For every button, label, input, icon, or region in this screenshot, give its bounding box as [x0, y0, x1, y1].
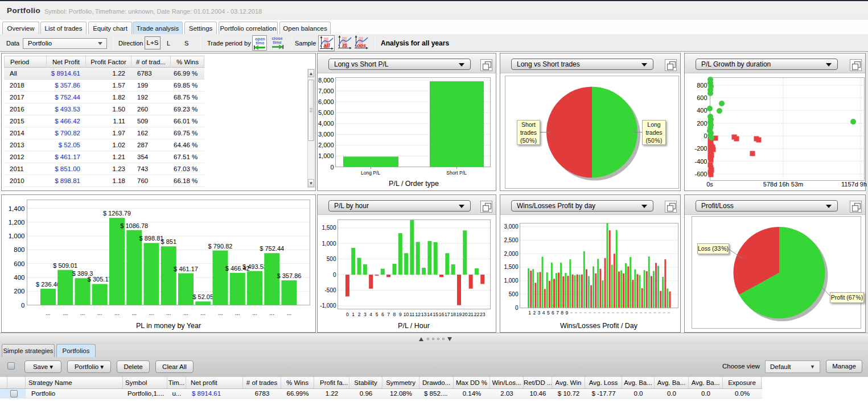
svg-text:...: ... [63, 310, 68, 316]
svg-text:1: 1 [528, 310, 531, 316]
svg-text:0: 0 [330, 164, 334, 171]
svg-text:1,000: 1,000 [9, 233, 25, 239]
svg-text:-500: -500 [324, 287, 336, 293]
svg-text:12: 12 [416, 312, 421, 317]
svg-text:8,000: 8,000 [318, 77, 334, 84]
svg-text:0: 0 [515, 305, 519, 311]
svg-text:P/L / Hour: P/L / Hour [398, 322, 430, 330]
svg-text:...: ... [149, 310, 154, 316]
svg-text:0: 0 [333, 272, 336, 278]
svg-text:...: ... [270, 310, 274, 316]
svg-text:...: ... [132, 310, 137, 316]
svg-text:$ 1086.78: $ 1086.78 [120, 222, 148, 229]
svg-text:-600: -600 [694, 171, 707, 177]
svg-text:...: ... [114, 310, 119, 316]
svg-text:1,500: 1,500 [504, 264, 518, 270]
svg-text:578d 16h 53m: 578d 16h 53m [763, 181, 803, 188]
svg-text:3,000: 3,000 [504, 223, 518, 230]
svg-text:2,500: 2,500 [504, 237, 518, 243]
svg-text:600: 600 [697, 94, 707, 101]
svg-text:21: 21 [468, 312, 474, 317]
svg-text:500: 500 [327, 256, 336, 262]
svg-text:9: 9 [565, 310, 568, 316]
svg-text:16: 16 [439, 312, 445, 317]
svg-text:...: ... [46, 310, 50, 316]
svg-text:0: 0 [346, 312, 349, 317]
svg-text:5,000: 5,000 [318, 109, 334, 116]
svg-text:2,000: 2,000 [504, 251, 518, 257]
svg-text:2,000: 2,000 [318, 142, 334, 148]
svg-text:500: 500 [509, 291, 519, 297]
svg-text:-1,000: -1,000 [320, 302, 336, 309]
svg-text:6: 6 [552, 310, 554, 316]
svg-text:400: 400 [14, 274, 24, 281]
svg-text:1,400: 1,400 [9, 205, 25, 212]
svg-text:$ 461.17: $ 461.17 [174, 266, 198, 272]
svg-text:-400: -400 [694, 158, 707, 165]
svg-text:3: 3 [364, 312, 367, 317]
svg-text:600: 600 [14, 260, 24, 267]
svg-text:$ 790.82: $ 790.82 [208, 243, 233, 250]
svg-text:22: 22 [474, 312, 480, 317]
svg-text:1,200: 1,200 [9, 219, 25, 226]
svg-text:800: 800 [14, 246, 24, 253]
svg-text:7,000: 7,000 [318, 88, 334, 94]
svg-text:6: 6 [381, 312, 384, 317]
svg-text:Wins/Losses Profit / Day: Wins/Losses Profit / Day [560, 322, 638, 330]
svg-text:7: 7 [556, 310, 559, 316]
svg-text:...: ... [97, 310, 102, 316]
svg-text:8: 8 [393, 312, 396, 317]
svg-text:1157d 9h: 1157d 9h [841, 181, 867, 188]
svg-text:...: ... [201, 310, 205, 316]
svg-text:...: ... [183, 310, 188, 316]
svg-text:1,000: 1,000 [318, 152, 334, 159]
svg-text:4,000: 4,000 [318, 120, 334, 127]
svg-text:$ 52.05: $ 52.05 [192, 293, 213, 300]
svg-text:-200: -200 [694, 145, 707, 152]
svg-text:1,000: 1,000 [322, 241, 336, 247]
svg-text:...: ... [252, 310, 257, 316]
svg-text:19: 19 [456, 312, 462, 317]
svg-text:7: 7 [387, 312, 390, 317]
svg-text:4: 4 [542, 310, 545, 316]
svg-text:Short P/L: Short P/L [446, 170, 467, 176]
svg-text:13: 13 [421, 312, 427, 317]
svg-text:400: 400 [697, 107, 707, 114]
svg-text:800: 800 [697, 82, 707, 89]
svg-text:...: ... [235, 310, 240, 316]
svg-text:1,000: 1,000 [504, 277, 518, 284]
svg-text:5: 5 [547, 310, 550, 316]
svg-text:$ 851: $ 851 [161, 238, 176, 245]
svg-text:1: 1 [352, 312, 355, 317]
svg-text:$ 493.53: $ 493.53 [242, 263, 267, 270]
svg-text:3,000: 3,000 [318, 131, 334, 138]
svg-text:$ 1263.79: $ 1263.79 [103, 210, 131, 217]
svg-text:$ 509.01: $ 509.01 [53, 262, 77, 269]
svg-text:0: 0 [21, 302, 24, 309]
svg-text:23: 23 [480, 312, 486, 317]
svg-text:8: 8 [561, 310, 563, 316]
svg-text:11: 11 [410, 312, 415, 317]
svg-text:200: 200 [14, 288, 24, 295]
svg-text:0s: 0s [706, 181, 713, 188]
svg-text:14: 14 [427, 312, 433, 317]
svg-text:17: 17 [445, 312, 450, 317]
svg-text:2: 2 [358, 312, 361, 317]
svg-text:$ 898.81: $ 898.81 [139, 235, 164, 242]
svg-text:9: 9 [399, 312, 402, 317]
svg-text:$ 305.17: $ 305.17 [88, 276, 112, 283]
svg-text:200: 200 [697, 120, 707, 127]
svg-text:...: ... [287, 310, 291, 316]
svg-text:3: 3 [538, 310, 541, 316]
svg-text:...: ... [218, 310, 223, 316]
svg-text:1,500: 1,500 [322, 225, 336, 231]
svg-text:...: ... [166, 310, 171, 316]
svg-text:20: 20 [462, 312, 468, 317]
svg-text:2: 2 [533, 310, 536, 316]
svg-text:$ 752.44: $ 752.44 [260, 245, 284, 252]
svg-text:PL in money by Year: PL in money by Year [136, 322, 201, 330]
svg-text:5: 5 [376, 312, 379, 317]
svg-text:...: ... [80, 310, 85, 316]
svg-text:15: 15 [433, 312, 438, 317]
svg-text:10: 10 [404, 312, 409, 317]
